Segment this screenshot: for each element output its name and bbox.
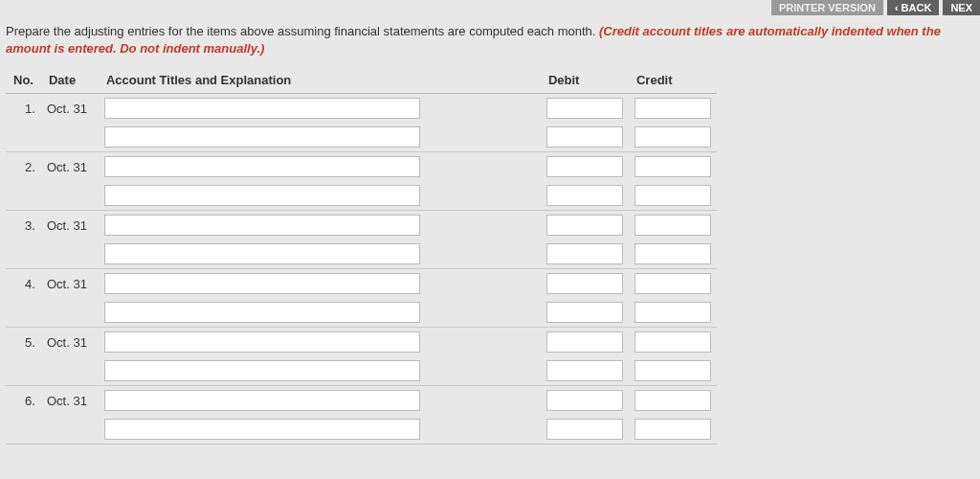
cell-debit xyxy=(541,240,629,269)
table-row xyxy=(6,240,717,269)
cell-gap xyxy=(426,386,541,416)
debit-input[interactable] xyxy=(546,302,623,323)
cell-no xyxy=(6,240,41,269)
account-title-input[interactable] xyxy=(104,98,420,119)
debit-input[interactable] xyxy=(546,360,623,381)
account-title-input[interactable] xyxy=(104,273,420,294)
account-title-input[interactable] xyxy=(104,360,420,381)
cell-gap xyxy=(426,298,541,328)
account-title-input[interactable] xyxy=(104,156,420,177)
account-title-input[interactable] xyxy=(104,215,420,236)
top-nav-bar: PRINTER VERSION ‹ BACK NEX xyxy=(0,0,980,19)
debit-input[interactable] xyxy=(546,273,623,294)
account-title-input[interactable] xyxy=(104,390,420,411)
cell-account xyxy=(99,356,426,386)
debit-input[interactable] xyxy=(546,419,623,440)
account-title-input[interactable] xyxy=(104,126,420,148)
cell-no: 1. xyxy=(6,94,41,124)
account-title-input[interactable] xyxy=(104,302,420,323)
cell-gap xyxy=(426,152,541,182)
cell-date: Oct. 31 xyxy=(41,211,99,240)
header-credit: Credit xyxy=(629,67,717,94)
cell-date xyxy=(41,181,99,211)
table-row: 3.Oct. 31 xyxy=(6,211,717,240)
table-row: 4.Oct. 31 xyxy=(6,269,717,299)
cell-date: Oct. 31 xyxy=(41,328,99,357)
cell-account xyxy=(99,152,426,182)
next-button[interactable]: NEX xyxy=(943,0,980,15)
credit-input[interactable] xyxy=(635,156,711,177)
credit-input[interactable] xyxy=(635,360,711,381)
debit-input[interactable] xyxy=(546,98,623,119)
credit-input[interactable] xyxy=(635,419,711,440)
credit-input[interactable] xyxy=(635,243,711,264)
cell-no: 5. xyxy=(6,328,41,357)
cell-credit xyxy=(629,181,717,211)
cell-debit xyxy=(541,152,629,182)
cell-account xyxy=(99,211,426,240)
cell-account xyxy=(99,298,426,328)
debit-input[interactable] xyxy=(546,156,623,177)
cell-account xyxy=(99,123,426,152)
credit-input[interactable] xyxy=(635,331,711,353)
cell-credit xyxy=(629,269,717,299)
header-account: Account Titles and Explanation xyxy=(99,67,426,94)
table-row xyxy=(6,298,717,328)
account-title-input[interactable] xyxy=(104,419,420,440)
cell-date: Oct. 31 xyxy=(41,94,99,124)
cell-date xyxy=(41,298,99,328)
credit-input[interactable] xyxy=(635,273,711,294)
cell-date: Oct. 31 xyxy=(41,152,99,182)
cell-date xyxy=(41,356,99,386)
instructions-text: Prepare the adjusting entries for the it… xyxy=(0,19,980,67)
credit-input[interactable] xyxy=(635,126,711,148)
instructions-plain: Prepare the adjusting entries for the it… xyxy=(6,24,599,38)
cell-account xyxy=(99,240,426,269)
debit-input[interactable] xyxy=(546,390,623,411)
cell-credit xyxy=(629,94,717,124)
debit-input[interactable] xyxy=(546,126,623,148)
account-title-input[interactable] xyxy=(104,185,420,206)
credit-input[interactable] xyxy=(635,185,711,206)
cell-debit xyxy=(541,94,629,124)
cell-no xyxy=(6,298,41,328)
cell-credit xyxy=(629,152,717,182)
cell-gap xyxy=(426,181,541,211)
cell-no: 4. xyxy=(6,269,41,299)
debit-input[interactable] xyxy=(546,243,623,264)
cell-debit xyxy=(541,356,629,386)
table-row xyxy=(6,123,717,152)
debit-input[interactable] xyxy=(546,185,623,206)
cell-credit xyxy=(629,211,717,240)
back-button[interactable]: ‹ BACK xyxy=(887,0,940,15)
header-gap xyxy=(426,67,541,94)
printer-version-button[interactable]: PRINTER VERSION xyxy=(771,0,883,15)
cell-credit xyxy=(629,298,717,328)
credit-input[interactable] xyxy=(635,98,711,119)
cell-date: Oct. 31 xyxy=(41,386,99,416)
cell-debit xyxy=(541,181,629,211)
cell-date xyxy=(41,123,99,152)
account-title-input[interactable] xyxy=(104,243,420,264)
debit-input[interactable] xyxy=(546,215,623,236)
cell-gap xyxy=(426,269,541,299)
cell-no: 2. xyxy=(6,152,41,182)
table-header-row: No. Date Account Titles and Explanation … xyxy=(6,67,717,94)
cell-debit xyxy=(541,386,629,416)
header-no: No. xyxy=(6,67,41,94)
cell-no xyxy=(6,356,41,386)
cell-no xyxy=(6,123,41,152)
table-row xyxy=(6,181,717,211)
cell-credit xyxy=(629,240,717,269)
credit-input[interactable] xyxy=(635,215,711,236)
cell-gap xyxy=(426,240,541,269)
cell-date xyxy=(41,240,99,269)
debit-input[interactable] xyxy=(546,331,623,353)
credit-input[interactable] xyxy=(635,390,711,411)
account-title-input[interactable] xyxy=(104,331,420,353)
cell-gap xyxy=(426,94,541,124)
table-row: 2.Oct. 31 xyxy=(6,152,717,182)
cell-account xyxy=(99,94,426,124)
cell-no xyxy=(6,415,41,445)
credit-input[interactable] xyxy=(635,302,711,323)
